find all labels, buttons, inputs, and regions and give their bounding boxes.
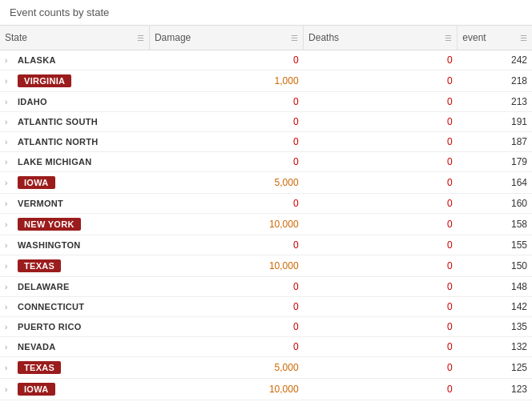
state-cell: ›IOWA [0,172,149,194]
table-body: ›ALASKA00242›VIRGINIA1,0000218›IDAHO0021… [0,50,532,400]
damage-value: 0 [293,321,299,332]
col-header-state[interactable]: State ☰ [0,26,149,50]
state-cell: ›NEW YORK [0,214,149,235]
deaths-value: 0 [447,116,453,127]
event-cell: 164 [457,172,532,194]
damage-cell: 0 [149,277,303,297]
state-cell: ›VIRGINIA [0,70,149,92]
state-label: IOWA [18,383,55,396]
expand-icon[interactable]: › [5,262,14,271]
event-value: 187 [511,136,527,147]
expand-icon[interactable]: › [5,98,14,107]
damage-value: 5,000 [275,362,299,373]
event-cell: 187 [457,132,532,152]
state-label: LAKE MICHIGAN [18,157,92,167]
state-label: TEXAS [18,361,61,374]
event-value: 158 [511,219,527,230]
state-cell: ›CONNECTICUT [0,297,149,317]
state-cell: ›NEVADA [0,337,149,357]
deaths-value: 0 [447,156,453,167]
deaths-value: 0 [447,281,453,292]
expand-icon[interactable]: › [5,179,14,187]
filter-icon-deaths[interactable]: ☰ [445,34,452,42]
event-value: 179 [511,156,527,167]
event-cell: 191 [457,112,532,132]
event-value: 123 [511,384,527,395]
damage-cell: 10,000 [149,379,303,400]
deaths-cell: 0 [304,357,457,379]
state-label: IDAHO [18,97,47,107]
filter-icon-damage[interactable]: ☰ [291,34,298,42]
deaths-value: 0 [447,136,453,147]
expand-icon[interactable]: › [5,118,14,127]
state-cell: ›IDAHO [0,92,149,112]
expand-icon[interactable]: › [5,323,14,332]
filter-icon-state[interactable]: ☰ [137,34,144,42]
damage-cell: 0 [149,92,303,112]
expand-icon[interactable]: › [5,220,14,229]
table-row: ›LAKE MICHIGAN00179 [0,152,532,172]
event-cell: 179 [457,152,532,172]
state-cell: ›ATLANTIC SOUTH [0,112,149,132]
event-cell: 158 [457,214,532,235]
state-label: WASHINGTON [18,240,81,250]
damage-cell: 0 [149,297,303,317]
event-value: 135 [511,321,527,332]
deaths-value: 0 [447,260,453,271]
table-row: ›VERMONT00160 [0,194,532,214]
col-header-deaths[interactable]: Deaths ☰ [304,26,457,50]
event-cell: 218 [457,70,532,92]
filter-icon-event[interactable]: ☰ [520,34,527,42]
damage-cell: 10,000 [149,214,303,235]
event-value: 125 [511,362,527,373]
expand-icon[interactable]: › [5,199,14,208]
state-label: VERMONT [18,199,63,208]
col-header-event[interactable]: event ☰ [457,26,532,50]
event-value: 191 [511,116,527,127]
expand-icon[interactable]: › [5,385,14,394]
damage-value: 0 [293,281,299,292]
state-label: ATLANTIC SOUTH [18,117,98,127]
table-row: ›PUERTO RICO00135 [0,317,532,337]
event-counts-panel: Event counts by state State ☰ Damage ☰ [0,0,532,400]
table-row: ›NEW YORK10,0000158 [0,214,532,235]
damage-value: 0 [293,156,299,167]
damage-value: 0 [293,198,299,209]
expand-icon[interactable]: › [5,364,14,372]
table-header-row: State ☰ Damage ☰ Deaths ☰ [0,26,532,50]
state-cell: ›LAKE MICHIGAN [0,152,149,172]
damage-cell: 0 [149,194,303,214]
deaths-cell: 0 [304,235,457,255]
damage-value: 5,000 [275,177,299,188]
expand-icon[interactable]: › [5,77,14,86]
expand-icon[interactable]: › [5,138,14,147]
expand-icon[interactable]: › [5,241,14,250]
state-label: TEXAS [18,259,61,272]
deaths-value: 0 [447,177,453,188]
damage-cell: 0 [149,112,303,132]
state-label: NEVADA [18,342,55,352]
expand-icon[interactable]: › [5,56,14,65]
col-header-damage[interactable]: Damage ☰ [149,26,303,50]
deaths-value: 0 [447,321,453,332]
deaths-cell: 0 [304,70,457,92]
event-value: 148 [511,281,527,292]
state-label: ALASKA [18,55,56,65]
event-cell: 142 [457,297,532,317]
expand-icon[interactable]: › [5,283,14,291]
deaths-cell: 0 [304,337,457,357]
state-label: ATLANTIC NORTH [18,137,99,147]
expand-icon[interactable]: › [5,303,14,312]
damage-cell: 0 [149,132,303,152]
table-row: ›TEXAS10,0000150 [0,255,532,277]
damage-value: 0 [293,341,299,352]
table-row: ›IDAHO00213 [0,92,532,112]
state-label: VIRGINIA [18,74,71,87]
table-row: ›NEVADA00132 [0,337,532,357]
expand-icon[interactable]: › [5,158,14,167]
damage-value: 1,000 [275,75,299,86]
table-row: ›WASHINGTON00155 [0,235,532,255]
deaths-cell: 0 [304,50,457,70]
state-cell: ›VERMONT [0,194,149,214]
expand-icon[interactable]: › [5,343,14,352]
